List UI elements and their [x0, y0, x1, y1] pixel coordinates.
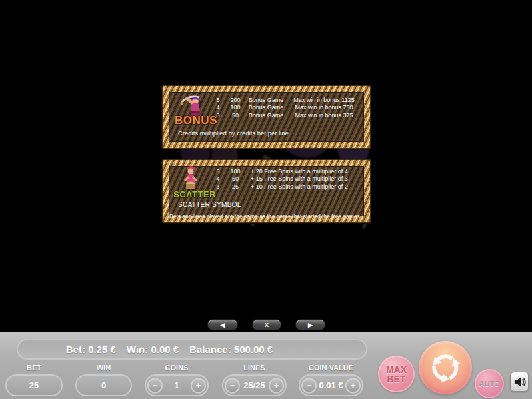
free-spins-note: + 15 Free Spins with a multiplier of 3	[247, 175, 360, 182]
credits-value: 100	[224, 104, 247, 111]
coin-value-value: 0.01 €	[319, 380, 343, 390]
max-bet-line1: MAX	[386, 365, 407, 374]
match-count: 5	[212, 168, 224, 175]
next-page-button[interactable]: ▶	[295, 319, 325, 330]
close-paytable-button[interactable]: X	[252, 319, 281, 330]
bonus-paytable-rows: 5 200 Bonus Game Max win in bonus 1125 4…	[212, 96, 364, 119]
lines-label: LINES	[222, 364, 287, 372]
forward-arrow-icon: ▶	[308, 322, 313, 328]
match-count: 3	[212, 112, 224, 119]
bonus-panel-inner: BONUS 5 200 Bonus Game Max win in bonus …	[169, 93, 363, 141]
lines-plus-button[interactable]: +	[269, 378, 284, 393]
coins-value: 1	[174, 380, 179, 390]
speaker-icon	[513, 376, 526, 388]
scatter-symbol-label: SCATTER	[173, 189, 215, 200]
lines-stepper: − 25/25 +	[222, 374, 287, 396]
scatter-panel-inner: SCATTER 5 100 + 20 Free Spins with a mul…	[169, 167, 363, 216]
minus-icon: −	[152, 381, 157, 390]
control-bar: Bet: 0.25 € Win: 0.00 € Balance: 500.00 …	[0, 332, 532, 399]
table-row: 5 200 Bonus Game Max win in bonus 1125	[212, 96, 364, 104]
scatter-subtitle: SCATTER SYMBOL	[178, 201, 241, 208]
coins-stepper: − 1 +	[145, 374, 209, 396]
match-count: 5	[212, 97, 224, 103]
max-win-note: Max win in bonus 1125	[285, 97, 363, 103]
coin-value-label: COIN VALUE	[299, 364, 363, 372]
auto-spin-button[interactable]: AUTO	[475, 369, 504, 398]
coin-value-plus-button[interactable]: +	[345, 378, 361, 393]
previous-page-button[interactable]: ◀	[207, 319, 238, 330]
coin-value-minus-button[interactable]: −	[301, 378, 317, 393]
coin-value-stepper: − 0.01 € +	[299, 374, 363, 396]
win-display: 0	[75, 374, 132, 396]
max-bet-line2: BET	[387, 374, 406, 384]
max-win-note: Max win in bonus 375	[285, 112, 363, 119]
scatter-pirate-symbol-icon	[180, 165, 203, 193]
auto-label: AUTO	[479, 380, 500, 388]
lines-value: 25/25	[243, 380, 265, 390]
back-arrow-icon: ◀	[221, 322, 225, 328]
sound-toggle-button[interactable]	[510, 372, 529, 392]
credits-value: 200	[224, 97, 247, 103]
scatter-footnote: Bets and lines played are the same as th…	[169, 213, 367, 220]
spin-cycle-arrows-icon	[428, 350, 463, 385]
lines-minus-button[interactable]: −	[225, 378, 240, 393]
credits-value: 100	[224, 168, 247, 175]
plus-icon: +	[350, 381, 355, 390]
bet-label: BET	[5, 364, 63, 372]
max-bet-button[interactable]: MAX BET	[378, 356, 415, 392]
bonus-paytable-panel: BONUS 5 200 Bonus Game Max win in bonus …	[162, 85, 371, 149]
slot-paytable-screen: BONUS 5 200 Bonus Game Max win in bonus …	[0, 0, 532, 399]
free-spins-note: + 10 Free Spins with a multiplier of 2	[247, 183, 360, 190]
scatter-paytable-rows: 5 100 + 20 Free Spins with a multiplier …	[212, 167, 364, 191]
game-name: Bonus Game	[247, 112, 285, 119]
max-win-note: Max win in bonus 750	[285, 104, 363, 111]
coins-label: COINS	[145, 364, 209, 372]
status-readout: Bet: 0.25 € Win: 0.00 € Balance: 500.00 …	[17, 339, 367, 360]
win-label: WIN	[75, 364, 132, 372]
table-row: 4 50 + 15 Free Spins with a multiplier o…	[212, 175, 364, 183]
bet-status: Bet: 0.25 €	[66, 344, 116, 355]
table-row: 3 50 Bonus Game Max win in bonus 375	[212, 111, 364, 119]
match-count: 3	[212, 183, 224, 190]
bonus-symbol-label: BONUS	[175, 114, 215, 127]
spin-button[interactable]	[419, 341, 472, 394]
free-spins-note: + 20 Free Spins with a multiplier of 4	[247, 168, 360, 175]
table-row: 5 100 + 20 Free Spins with a multiplier …	[212, 167, 364, 175]
game-name: Bonus Game	[247, 104, 285, 111]
table-row: 4 100 Bonus Game Max win in bonus 750	[212, 104, 364, 112]
plus-icon: +	[195, 381, 201, 390]
game-name: Bonus Game	[247, 97, 285, 103]
credits-value: 25	[224, 183, 247, 190]
plus-icon: +	[273, 381, 279, 390]
credits-value: 50	[224, 175, 247, 182]
coins-minus-button[interactable]: −	[147, 378, 163, 393]
minus-icon: −	[306, 381, 311, 390]
table-row: 3 25 + 10 Free Spins with a multiplier o…	[212, 183, 364, 191]
balance-status: Balance: 500.00 €	[189, 344, 273, 355]
close-icon: X	[265, 322, 269, 328]
match-count: 4	[212, 104, 224, 111]
win-value: 0	[101, 380, 106, 390]
credits-value: 50	[224, 112, 247, 119]
coins-plus-button[interactable]: +	[191, 378, 206, 393]
bet-value: 25	[29, 380, 39, 390]
scatter-paytable-panel: SCATTER 5 100 + 20 Free Spins with a mul…	[162, 159, 371, 223]
win-status: Win: 0.00 €	[127, 344, 179, 355]
minus-icon: −	[229, 381, 235, 390]
match-count: 4	[212, 175, 224, 182]
bet-display: 25	[5, 374, 63, 396]
bonus-footnote: Credits multiplied by credits bet per li…	[178, 129, 289, 137]
